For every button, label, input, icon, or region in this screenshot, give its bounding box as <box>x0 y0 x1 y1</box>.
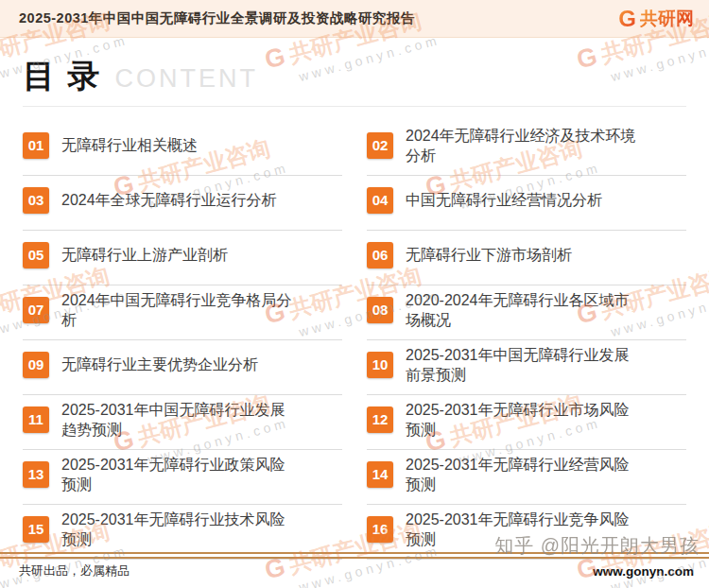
toc-item-title: 2025-2031年中国无障碍行业发展前景预测 <box>406 345 644 385</box>
brand-logo-text: 共研网 <box>640 9 694 27</box>
toc-item-05[interactable]: 05 无障碍行业上游产业剖析 <box>23 231 342 285</box>
toc-item-title: 2025-2031年无障碍行业市场风险预测 <box>406 400 644 440</box>
toc-item-number: 01 <box>23 132 49 159</box>
toc-item-number: 16 <box>367 516 393 543</box>
toc-heading-divider <box>23 106 686 107</box>
toc-item-number: 15 <box>23 516 49 543</box>
toc-item-number: 03 <box>23 187 49 214</box>
toc-item-04[interactable]: 04 中国无障碍行业经营情况分析 <box>367 176 686 231</box>
toc-item-09[interactable]: 09 无障碍行业主要优势企业分析 <box>23 340 342 395</box>
footer-double-rule <box>0 552 709 559</box>
toc-item-title: 无障碍行业上游产业剖析 <box>61 245 228 265</box>
brand-logo-g-icon: G <box>618 8 636 30</box>
toc-item-06[interactable]: 06 无障碍行业下游市场剖析 <box>367 231 686 285</box>
toc-subtitle: CONTENT <box>114 64 258 94</box>
toc-item-number: 10 <box>367 352 393 378</box>
toc-item-number: 05 <box>23 242 49 268</box>
toc-item-title: 2024年中国无障碍行业竞争格局分析 <box>61 290 300 330</box>
toc-item-title: 2025-2031年无障碍行业技术风险预测 <box>61 510 300 549</box>
toc-item-number: 11 <box>23 406 49 433</box>
toc-item-number: 13 <box>23 461 49 488</box>
toc-item-12[interactable]: 12 2025-2031年无障碍行业市场风险预测 <box>367 395 686 450</box>
footer-slogan: 共研出品，必属精品 <box>19 562 130 579</box>
toc-item-title: 2024年全球无障碍行业运行分析 <box>61 190 277 210</box>
toc-item-title: 2025-2031年无障碍行业政策风险预测 <box>61 455 300 494</box>
toc-item-10[interactable]: 10 2025-2031年中国无障碍行业发展前景预测 <box>367 340 686 395</box>
toc-item-13[interactable]: 13 2025-2031年无障碍行业政策风险预测 <box>23 450 342 505</box>
toc-item-title: 中国无障碍行业经营情况分析 <box>406 190 602 210</box>
toc-item-title: 无障碍行业主要优势企业分析 <box>61 355 258 374</box>
toc-item-title: 2020-2024年无障碍行业各区域市场概况 <box>406 290 644 330</box>
toc-item-title: 2025-2031年无障碍行业竞争风险预测 <box>406 510 644 549</box>
toc-item-07[interactable]: 07 2024年中国无障碍行业竞争格局分析 <box>23 285 342 340</box>
toc-item-number: 14 <box>367 461 393 488</box>
toc-item-title: 2025-2031年无障碍行业经营风险预测 <box>406 455 644 494</box>
toc-item-03[interactable]: 03 2024年全球无障碍行业运行分析 <box>23 176 342 231</box>
toc-main: 目 录 CONTENT 01 无障碍行业相关概述 02 2024年无障碍行业经济… <box>23 38 686 560</box>
toc-title: 目 录 <box>23 55 101 98</box>
toc-item-number: 06 <box>367 242 393 268</box>
toc-item-number: 12 <box>367 406 393 433</box>
toc-item-08[interactable]: 08 2020-2024年无障碍行业各区域市场概况 <box>367 285 686 340</box>
report-title: 2025-2031年中国中国无障碍行业全景调研及投资战略研究报告 <box>19 9 415 27</box>
toc-item-title: 2024年无障碍行业经济及技术环境分析 <box>406 126 644 165</box>
toc-item-02[interactable]: 02 2024年无障碍行业经济及技术环境分析 <box>367 121 686 176</box>
toc-item-title: 2025-2031年中国无障碍行业发展趋势预测 <box>61 400 300 440</box>
page-header: 2025-2031年中国中国无障碍行业全景调研及投资战略研究报告 G 共研网 <box>0 0 709 38</box>
toc-item-number: 09 <box>23 352 49 378</box>
toc-item-number: 07 <box>23 297 49 323</box>
toc-item-title: 无障碍行业下游市场剖析 <box>406 245 572 265</box>
toc-heading: 目 录 CONTENT <box>23 55 686 98</box>
toc-item-title: 无障碍行业相关概述 <box>61 135 198 155</box>
toc-grid: 01 无障碍行业相关概述 02 2024年无障碍行业经济及技术环境分析 03 2… <box>23 121 686 560</box>
report-toc-page: 2025-2031年中国中国无障碍行业全景调研及投资战略研究报告 G 共研网 目… <box>0 0 709 588</box>
toc-item-01[interactable]: 01 无障碍行业相关概述 <box>23 121 342 176</box>
brand-logo: G 共研网 <box>618 8 694 30</box>
toc-item-11[interactable]: 11 2025-2031年中国无障碍行业发展趋势预测 <box>23 395 342 450</box>
toc-item-number: 08 <box>367 297 393 323</box>
footer-website: www.gonyn.com <box>593 564 694 579</box>
page-footer: 共研出品，必属精品 www.gonyn.com <box>19 562 694 579</box>
toc-item-number: 02 <box>367 132 393 159</box>
toc-item-14[interactable]: 14 2025-2031年无障碍行业经营风险预测 <box>367 450 686 505</box>
toc-item-number: 04 <box>367 187 393 214</box>
